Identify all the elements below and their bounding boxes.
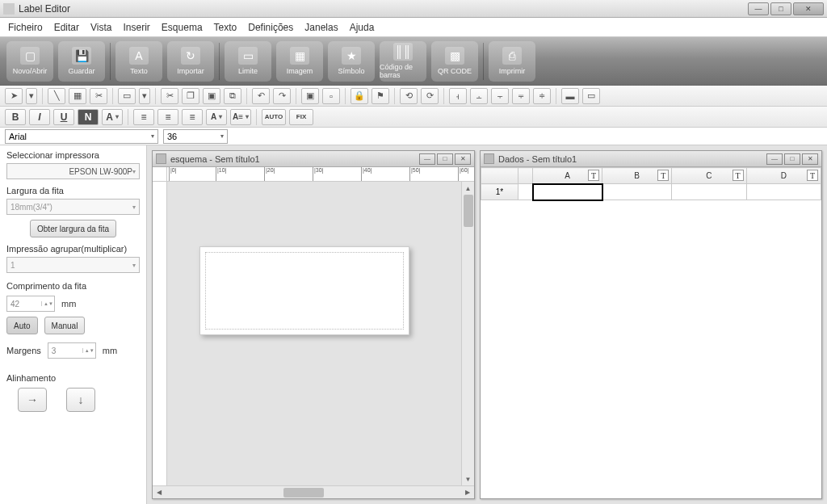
redo-button[interactable]: ↷ bbox=[273, 88, 291, 104]
cell-a1[interactable] bbox=[533, 184, 602, 200]
align-center-button[interactable]: ⫠ bbox=[470, 88, 488, 104]
auto-button[interactable]: AUTO bbox=[262, 109, 286, 125]
cut-button[interactable]: ✂ bbox=[161, 88, 178, 104]
data-grid[interactable]: AT BT CT DT 1* bbox=[481, 167, 821, 498]
select-col[interactable] bbox=[518, 168, 533, 184]
cell-c1[interactable] bbox=[672, 184, 746, 200]
data-maximize-button[interactable]: □ bbox=[784, 153, 800, 165]
menu-windows[interactable]: Janelas bbox=[304, 22, 338, 33]
close-button[interactable]: ✕ bbox=[793, 2, 824, 15]
row-1-header[interactable]: 1* bbox=[481, 184, 518, 200]
minimize-button[interactable]: — bbox=[748, 2, 769, 15]
italic-button[interactable]: I bbox=[29, 109, 50, 125]
text-button[interactable]: ATexto bbox=[115, 41, 162, 82]
col-type-icon[interactable]: T bbox=[657, 170, 669, 181]
copy-button[interactable]: ❐ bbox=[182, 88, 199, 104]
barcode-button[interactable]: ║║Código de barras bbox=[380, 41, 426, 82]
text-style2-dropdown[interactable]: A≡ bbox=[230, 109, 251, 125]
table-tool[interactable]: ▦ bbox=[69, 88, 86, 104]
row-select-cell[interactable] bbox=[518, 184, 533, 200]
align-middle-button[interactable]: ⫩ bbox=[533, 88, 551, 104]
font-family-combo[interactable]: Arial bbox=[5, 129, 158, 144]
layout-close-button[interactable]: ✕ bbox=[455, 153, 471, 165]
justify-center-button[interactable]: ≡ bbox=[157, 109, 178, 125]
shape2-button[interactable]: ▭ bbox=[582, 88, 600, 104]
font-size-combo[interactable]: 36 bbox=[163, 129, 228, 144]
align-horizontal-button[interactable]: → bbox=[18, 388, 47, 412]
table-row[interactable]: 1* bbox=[481, 184, 821, 200]
menu-edit[interactable]: Editar bbox=[54, 22, 79, 33]
align-right-button[interactable]: ⫟ bbox=[491, 88, 509, 104]
margins-spinner[interactable]: 3▲▼ bbox=[48, 342, 96, 359]
menu-settings[interactable]: Definições bbox=[248, 22, 293, 33]
layout-hscroll[interactable]: ◀▶ bbox=[153, 485, 474, 498]
shape1-button[interactable]: ▬ bbox=[561, 88, 579, 104]
menu-file[interactable]: Ficheiro bbox=[8, 22, 43, 33]
qr-button[interactable]: ▩QR CODE bbox=[431, 41, 478, 82]
layout-maximize-button[interactable]: □ bbox=[437, 153, 453, 165]
col-c-header[interactable]: CT bbox=[672, 168, 746, 184]
col-type-icon[interactable]: T bbox=[733, 170, 744, 181]
layout-vscroll[interactable]: ▲▼ bbox=[461, 182, 474, 485]
col-d-header[interactable]: DT bbox=[746, 168, 821, 184]
line-tool[interactable]: ╲ bbox=[48, 88, 65, 104]
get-tape-width-button[interactable]: Obter largura da fita bbox=[30, 220, 116, 237]
data-window-header[interactable]: Dados - Sem título1 — □ ✕ bbox=[481, 151, 821, 167]
text-bg-dropdown[interactable]: A bbox=[206, 109, 227, 125]
menu-text[interactable]: Texto bbox=[214, 22, 237, 33]
align-left-button[interactable]: ⫞ bbox=[449, 88, 467, 104]
ungroup-button[interactable]: ▫ bbox=[322, 88, 340, 104]
menu-help[interactable]: Ajuda bbox=[350, 22, 375, 33]
col-b-header[interactable]: BT bbox=[602, 168, 672, 184]
printer-combo[interactable]: EPSON LW-900P bbox=[6, 163, 140, 179]
paste-button[interactable]: ▣ bbox=[203, 88, 220, 104]
group-button[interactable]: ▣ bbox=[301, 88, 319, 104]
tape-width-combo[interactable]: 18mm(3/4") bbox=[6, 199, 140, 215]
tape-length-spinner[interactable]: 42▲▼ bbox=[6, 296, 55, 312]
rotate-right-button[interactable]: ⟳ bbox=[421, 88, 439, 104]
layout-canvas[interactable] bbox=[167, 182, 461, 485]
justify-left-button[interactable]: ≡ bbox=[133, 109, 154, 125]
select-tool[interactable]: ▭ bbox=[118, 88, 136, 104]
pointer-dropdown[interactable]: ▾ bbox=[26, 88, 37, 104]
select-dropdown[interactable]: ▾ bbox=[139, 88, 150, 104]
save-button[interactable]: 💾Guardar bbox=[58, 41, 105, 82]
font-style-dropdown[interactable]: A bbox=[102, 109, 123, 125]
layout-minimize-button[interactable]: — bbox=[419, 153, 435, 165]
group-print-combo[interactable]: 1 bbox=[6, 257, 140, 273]
justify-right-button[interactable]: ≡ bbox=[182, 109, 203, 125]
cell-d1[interactable] bbox=[746, 184, 821, 200]
border-button[interactable]: ▭Limite bbox=[225, 41, 271, 82]
new-open-button[interactable]: ▢Novo/Abrir bbox=[6, 41, 53, 82]
flag-button[interactable]: ⚑ bbox=[372, 88, 389, 104]
pointer-tool[interactable]: ➤ bbox=[5, 88, 23, 104]
fix-button[interactable]: FIX bbox=[289, 109, 313, 125]
ribbon-tool[interactable]: ✂ bbox=[90, 88, 107, 104]
print-button[interactable]: ⎙Imprimir bbox=[489, 41, 535, 82]
col-type-icon[interactable]: T bbox=[807, 170, 818, 181]
symbol-button[interactable]: ★Símbolo bbox=[328, 41, 375, 82]
col-a-header[interactable]: AT bbox=[533, 168, 602, 184]
data-close-button[interactable]: ✕ bbox=[802, 153, 818, 165]
menu-layout[interactable]: Esquema bbox=[162, 22, 203, 33]
rotate-left-button[interactable]: ⟲ bbox=[400, 88, 418, 104]
manual-length-button[interactable]: Manual bbox=[44, 317, 86, 334]
lock-button[interactable]: 🔒 bbox=[351, 88, 368, 104]
maximize-button[interactable]: □ bbox=[770, 2, 791, 15]
col-type-icon[interactable]: T bbox=[588, 170, 599, 181]
menu-insert[interactable]: Inserir bbox=[124, 22, 150, 33]
underline-button[interactable]: U bbox=[53, 109, 74, 125]
align-vertical-button[interactable]: ↓ bbox=[66, 388, 95, 412]
data-minimize-button[interactable]: — bbox=[766, 153, 783, 165]
bold-button[interactable]: B bbox=[5, 109, 26, 125]
import-button[interactable]: ↻Importar bbox=[167, 41, 214, 82]
text-effect-button[interactable]: N bbox=[78, 109, 99, 125]
layout-window-header[interactable]: esquema - Sem título1 — □ ✕ bbox=[153, 151, 474, 167]
duplicate-button[interactable]: ⧉ bbox=[224, 88, 241, 104]
image-button[interactable]: ▦Imagem bbox=[276, 41, 323, 82]
cell-b1[interactable] bbox=[602, 184, 672, 200]
auto-length-button[interactable]: Auto bbox=[6, 317, 38, 334]
menu-view[interactable]: Vista bbox=[90, 22, 111, 33]
align-top-button[interactable]: ⫧ bbox=[512, 88, 530, 104]
label-shape[interactable] bbox=[199, 246, 409, 335]
